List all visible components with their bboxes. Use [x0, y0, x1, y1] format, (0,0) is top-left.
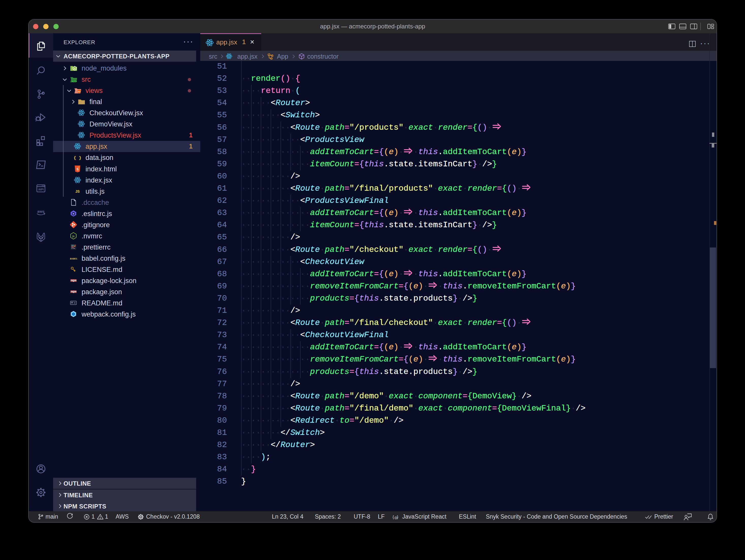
svg-text:JS: JS	[75, 189, 79, 194]
svg-text:5: 5	[76, 167, 78, 171]
svg-text:js: js	[72, 235, 75, 238]
svg-text:</>: </>	[72, 80, 77, 83]
svg-text:{: {	[393, 515, 394, 519]
svg-text:BABEL: BABEL	[70, 257, 77, 260]
svg-text:}: }	[397, 515, 398, 519]
svg-text:aws: aws	[37, 209, 44, 213]
svg-text:{ }: { }	[74, 155, 81, 161]
svg-text:<>: <>	[78, 91, 80, 93]
svg-text:/API: /API	[38, 188, 43, 191]
svg-text:js: js	[74, 67, 76, 70]
